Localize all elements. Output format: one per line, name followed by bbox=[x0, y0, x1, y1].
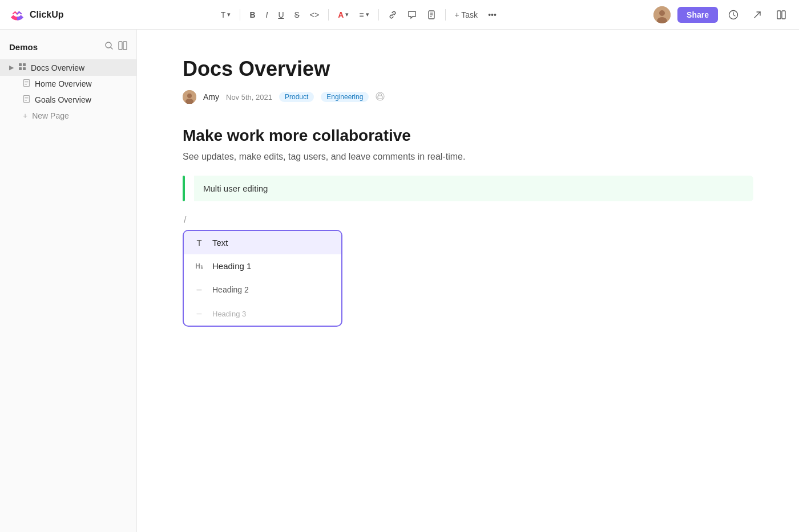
doc-heading: Make work more collaborative bbox=[183, 127, 753, 145]
sidebar: Demos ▶ bbox=[0, 30, 137, 532]
dropdown-h3-label: Heading 3 bbox=[212, 310, 246, 318]
app-name: ClickUp bbox=[30, 10, 64, 20]
history-icon bbox=[728, 10, 739, 20]
doc-meta: Amy Nov 5th, 2021 Product Engineering bbox=[183, 90, 753, 104]
doc-icon-goals bbox=[23, 95, 30, 104]
layout-btn[interactable] bbox=[773, 7, 790, 22]
svg-point-28 bbox=[187, 94, 192, 98]
separator-3 bbox=[378, 9, 379, 21]
export-icon bbox=[752, 10, 762, 20]
share-button[interactable]: Share bbox=[677, 7, 718, 23]
clickup-logo: ClickUp bbox=[9, 7, 64, 23]
layout-icon bbox=[776, 10, 786, 20]
sidebar-icons bbox=[104, 41, 127, 52]
blockquote-content: Multi user editing bbox=[194, 176, 753, 201]
dropdown-item-h1[interactable]: H₁ Heading 1 bbox=[184, 254, 341, 278]
dropdown-item-h3[interactable]: – Heading 3 bbox=[184, 302, 341, 326]
svg-rect-16 bbox=[23, 63, 26, 66]
sidebar-item-label-home: Home Overview bbox=[35, 79, 92, 88]
underline-btn[interactable]: U bbox=[275, 8, 287, 22]
svg-point-11 bbox=[106, 42, 111, 48]
blockquote: Multi user editing bbox=[183, 176, 753, 201]
strikethrough-btn[interactable]: S bbox=[291, 8, 303, 22]
text-format-btn[interactable]: T ▾ bbox=[217, 8, 235, 22]
blockquote-bar bbox=[183, 176, 185, 201]
sidebar-title: Demos bbox=[9, 42, 38, 52]
dropdown-item-h2[interactable]: – Heading 2 bbox=[184, 278, 341, 302]
svg-rect-18 bbox=[23, 67, 26, 70]
doc-author: Amy bbox=[203, 92, 219, 101]
sidebar-layout-icon bbox=[118, 41, 127, 50]
author-avatar bbox=[183, 90, 196, 104]
sidebar-layout-btn[interactable] bbox=[118, 41, 127, 52]
arrow-icon: ▶ bbox=[9, 64, 14, 71]
document-content: Docs Overview Amy Nov 5th, 2021 Product … bbox=[137, 30, 799, 532]
doc-icon-home bbox=[23, 79, 30, 88]
svg-rect-13 bbox=[119, 42, 122, 50]
doc-toolbar-btn[interactable] bbox=[423, 8, 439, 22]
tag-engineering[interactable]: Engineering bbox=[321, 92, 369, 102]
toolbar-formatting: T ▾ B I U S <> A ▾ ≡ ▾ bbox=[217, 8, 500, 22]
sidebar-item-docs-overview[interactable]: ▶ Docs Overview bbox=[0, 59, 136, 76]
main-layout: Demos ▶ bbox=[0, 30, 799, 532]
toolbar-right-section: Share bbox=[653, 6, 790, 23]
sidebar-item-home-overview[interactable]: Home Overview bbox=[0, 76, 136, 92]
dropdown-h1-label: Heading 1 bbox=[212, 261, 251, 271]
code-btn[interactable]: <> bbox=[306, 8, 322, 22]
svg-rect-10 bbox=[782, 11, 785, 19]
svg-rect-17 bbox=[19, 67, 22, 70]
history-btn[interactable] bbox=[725, 7, 742, 22]
more-options-btn[interactable]: ••• bbox=[485, 8, 500, 22]
svg-rect-9 bbox=[777, 11, 781, 19]
doc-subtitle: See updates, make edits, tag users, and … bbox=[183, 152, 753, 162]
doc-date: Nov 5th, 2021 bbox=[226, 93, 272, 101]
slash-line: / bbox=[183, 215, 753, 225]
comment-icon bbox=[407, 10, 417, 19]
svg-rect-14 bbox=[123, 42, 127, 50]
dropdown-item-text[interactable]: T Text bbox=[184, 231, 341, 254]
italic-btn[interactable]: I bbox=[263, 8, 272, 22]
font-color-btn[interactable]: A ▾ bbox=[334, 8, 352, 22]
separator-2 bbox=[328, 9, 329, 21]
h1-icon: H₁ bbox=[193, 262, 205, 270]
sidebar-item-label: Docs Overview bbox=[31, 63, 84, 72]
h3-icon: – bbox=[193, 308, 205, 319]
export-btn[interactable] bbox=[749, 7, 766, 22]
link-icon bbox=[388, 10, 397, 19]
search-icon bbox=[104, 41, 114, 50]
doc-icon bbox=[427, 10, 436, 19]
dropdown-text-label: Text bbox=[212, 238, 228, 247]
svg-rect-31 bbox=[378, 96, 382, 99]
bold-btn[interactable]: B bbox=[246, 8, 259, 22]
doc-title: Docs Overview bbox=[183, 57, 753, 81]
toolbar-logo-section: ClickUp bbox=[9, 7, 64, 23]
dropdown-h2-label: Heading 2 bbox=[212, 285, 249, 294]
logo-icon bbox=[9, 7, 25, 23]
h2-icon: – bbox=[193, 285, 205, 295]
align-btn[interactable]: ≡ ▾ bbox=[356, 8, 372, 22]
svg-rect-15 bbox=[19, 63, 22, 66]
toolbar: ClickUp T ▾ B I U S <> A ▾ ≡ ▾ bbox=[0, 0, 799, 30]
svg-point-5 bbox=[659, 10, 665, 16]
sidebar-item-goals-overview[interactable]: Goals Overview bbox=[0, 92, 136, 108]
svg-line-12 bbox=[111, 47, 112, 49]
separator-4 bbox=[445, 9, 446, 21]
new-page-label: New Page bbox=[32, 111, 69, 120]
sidebar-item-label-goals: Goals Overview bbox=[35, 95, 91, 104]
comment-toolbar-btn[interactable] bbox=[404, 8, 420, 22]
link-btn[interactable] bbox=[385, 8, 401, 22]
sidebar-search-btn[interactable] bbox=[104, 41, 114, 52]
lock-icon bbox=[376, 92, 385, 103]
svg-line-8 bbox=[754, 12, 760, 18]
tag-product[interactable]: Product bbox=[279, 92, 314, 102]
sidebar-header: Demos bbox=[0, 39, 136, 59]
avatar bbox=[653, 6, 671, 23]
new-page-item[interactable]: + New Page bbox=[0, 108, 136, 124]
format-dropdown: T Text H₁ Heading 1 – Heading 2 – Headin… bbox=[183, 230, 342, 327]
plus-icon: + bbox=[23, 111, 27, 120]
docs-grid-icon bbox=[18, 63, 26, 72]
text-format-icon: T bbox=[193, 238, 205, 247]
add-task-btn[interactable]: + Task bbox=[451, 8, 482, 22]
separator-1 bbox=[240, 9, 240, 21]
